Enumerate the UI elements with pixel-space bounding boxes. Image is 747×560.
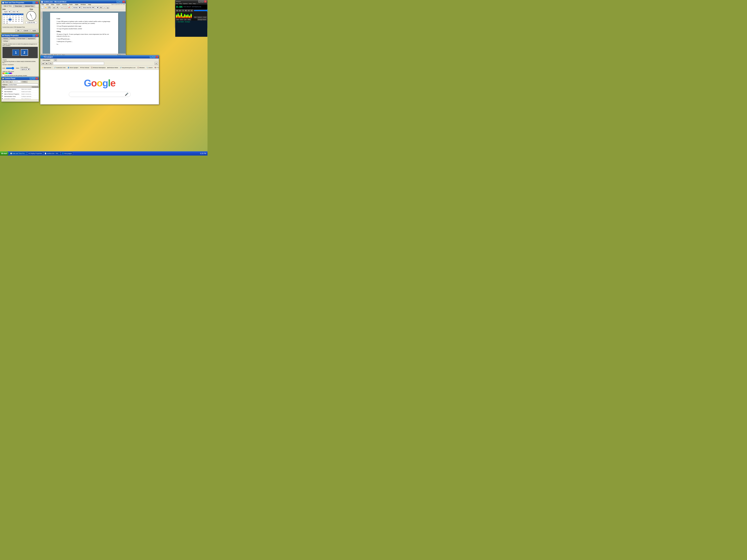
taskbar-item-browser[interactable]: 🌐 Нов раздел <box>61 152 73 155</box>
bookmark-windows-media[interactable]: ▶ Windows Media <box>107 67 119 69</box>
tab-screen-saver[interactable]: Screen Saver <box>16 37 26 40</box>
word-page[interactable]: Crust 2 cups (200 grams) of graham wafer… <box>50 13 118 54</box>
word-max-btn[interactable]: □ <box>120 1 122 3</box>
wmp-stop-btn[interactable]: ⏹ <box>185 9 187 12</box>
word-tb-copy[interactable]: 📋 <box>64 6 67 9</box>
list-item[interactable]: ⚙ Administrative Tools Configure adminis… <box>1 95 39 98</box>
google-mic-icon[interactable]: 🎤 <box>125 92 128 96</box>
display-close-btn[interactable]: ✕ <box>35 34 38 36</box>
word-menu-help[interactable]: Help <box>87 4 92 5</box>
bookmark-marketplace[interactable]: 🪟 Windows Marketplace <box>90 67 106 69</box>
cal-day[interactable]: 28 <box>20 20 23 22</box>
word-tb-new[interactable]: 📄 <box>41 6 44 9</box>
word-menu-window[interactable]: Window <box>80 4 86 5</box>
cal-day[interactable]: 26 <box>15 20 17 22</box>
cal-day[interactable]: 10 <box>8 17 11 19</box>
word-min-btn[interactable]: _ <box>117 1 119 3</box>
cal-day-today[interactable]: 17 <box>8 19 11 20</box>
bookmark-customize[interactable]: 🔗 Customize Links <box>53 67 66 69</box>
tab-date-time[interactable]: Date & Time <box>2 5 13 7</box>
word-tb-open[interactable]: 📂 <box>45 6 47 9</box>
tab-themes[interactable]: Themes <box>2 37 9 40</box>
wmp-menu-view[interactable]: View <box>189 3 191 4</box>
wmp-close-btn[interactable]: ✕ <box>204 0 207 3</box>
wmp-color-btn[interactable]: Color <box>203 16 207 18</box>
word-style-select[interactable]: Normal <box>72 6 81 9</box>
datetime-ok-btn[interactable]: OK <box>16 29 21 32</box>
wmp-eq-btn[interactable]: EQ <box>194 16 197 18</box>
word-menu-table[interactable]: Table <box>74 4 79 5</box>
cal-day[interactable]: 30 <box>5 22 8 24</box>
cp-min-btn[interactable]: _ <box>30 77 32 80</box>
bookmark-profile[interactable]: 👤 Личен профил <box>67 67 79 69</box>
taskbar-item-word[interactable]: 📄 cookies.doc - Mic... <box>44 152 60 155</box>
cal-day[interactable]: 11 <box>11 17 15 19</box>
wmp-add-btn[interactable]: Add <box>176 19 179 20</box>
cal-day[interactable]: 24 <box>8 20 11 22</box>
word-tb-save[interactable]: 💾 <box>48 6 51 9</box>
cp-max-btn[interactable]: □ <box>32 77 35 80</box>
browser-refresh-btn[interactable]: ↻ <box>49 62 52 65</box>
bookmark-spravochnik[interactable]: 📚 *** Справочник Въл... <box>154 67 159 69</box>
word-tb-underline[interactable]: U <box>106 6 109 9</box>
resolution-slider[interactable] <box>6 67 16 70</box>
cal-day[interactable]: 27 <box>17 20 20 22</box>
color-quality-select[interactable]: Highest (32 bit) <box>20 69 30 70</box>
wmp-menu-help[interactable]: Help <box>193 3 196 4</box>
word-document-area[interactable]: Crust 2 cups (200 grams) of graham wafer… <box>43 11 126 54</box>
browser-close-btn[interactable]: ✕ <box>156 56 158 58</box>
cp-up-btn[interactable]: ▲ <box>9 80 12 83</box>
word-close-btn[interactable]: ✕ <box>122 1 125 3</box>
cal-day[interactable]: 20 <box>17 19 20 20</box>
word-titlebar[interactable]: 📄 cookies.doc - Microsoft Word _ □ ✕ <box>41 0 126 3</box>
display-help-btn[interactable]: ? <box>32 34 35 36</box>
bookmark-windows[interactable]: 🪟 Windows <box>137 67 145 69</box>
display-titlebar[interactable]: 🖥 Display Properties ? ✕ <box>1 34 39 37</box>
browser-back-btn[interactable]: ◄ <box>41 62 45 65</box>
cp-forward-btn[interactable]: ► <box>6 80 8 83</box>
wmp-max-btn[interactable]: □ <box>201 0 204 3</box>
cal-day[interactable]: 1 <box>3 15 5 17</box>
cal-day[interactable]: 8 <box>3 17 5 19</box>
word-help-text[interactable]: Type a question for help <box>111 4 125 5</box>
wmp-rem-btn[interactable]: Rem <box>180 19 183 20</box>
cp-folders-btn[interactable]: Folders <box>22 81 28 83</box>
datetime-close-btn[interactable]: ✕ <box>35 1 38 4</box>
cp-search-input[interactable] <box>13 81 21 83</box>
monitor-1[interactable]: 1 <box>12 49 20 56</box>
datetime-cancel-btn[interactable]: Cancel <box>22 29 30 32</box>
wmp-min-btn[interactable]: _ <box>198 0 201 3</box>
taskbar-item-display[interactable]: 🖥 Display Properties <box>27 152 43 155</box>
datetime-titlebar[interactable]: 🕐 Date and Time Properties ? ✕ <box>1 1 39 4</box>
cal-day[interactable]: 19 <box>15 19 17 20</box>
wmp-next-btn[interactable]: ⏭ <box>187 9 190 12</box>
tab-appearance[interactable]: Appearance <box>27 37 36 40</box>
word-size-select[interactable]: 12 <box>95 6 99 9</box>
start-button[interactable]: ⊞ start <box>0 151 8 156</box>
browser-titlebar[interactable]: 🌐 Нов раздел _ □ ✕ <box>41 55 159 58</box>
browser-tab-new[interactable]: Нов раздел <box>41 59 54 61</box>
list-item[interactable]: ⚙ Add or Remove Programs Install or remo… <box>1 93 39 95</box>
cal-day[interactable]: 12 <box>15 17 17 19</box>
word-tb-paste[interactable]: 📌 <box>68 6 70 9</box>
cal-day[interactable]: 21 <box>20 19 23 20</box>
browser-address-input[interactable] <box>53 62 104 65</box>
cal-day[interactable]: 16 <box>5 19 8 20</box>
cal-day[interactable]: 2 <box>5 15 8 17</box>
wmp-menu-play[interactable]: Play <box>179 3 182 4</box>
browser-forward-btn[interactable]: ► <box>45 62 49 65</box>
wmp-open-btn[interactable]: ⏏ <box>190 9 193 12</box>
word-menu-tools[interactable]: Tools <box>69 4 73 5</box>
cal-day[interactable]: 3 <box>8 15 11 17</box>
word-menu-edit[interactable]: Edit <box>46 4 49 5</box>
wmp-volume-slider[interactable] <box>194 10 207 11</box>
word-tb-italic[interactable]: I <box>103 6 106 9</box>
cal-day[interactable]: 7 <box>20 15 23 17</box>
browser-max-btn[interactable]: □ <box>153 56 155 58</box>
word-tb-bold[interactable]: B <box>100 6 102 9</box>
wmp-titlebar[interactable]: Winamp _ □ ✕ <box>175 0 207 3</box>
wmp-prev-btn[interactable]: ⏮ <box>176 9 179 12</box>
wmp-menu-file[interactable]: File <box>176 3 178 4</box>
wmp-manage-btn[interactable]: Manage Playlist <box>198 19 207 20</box>
cp-titlebar[interactable]: 📁 Control Panel _ □ ✕ <box>1 77 39 80</box>
